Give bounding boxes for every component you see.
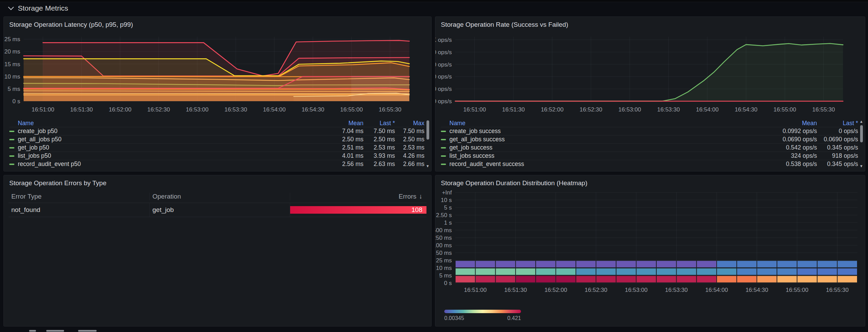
legend-col-last[interactable]: Last * (363, 120, 395, 127)
svg-text:16:52:00: 16:52:00 (541, 106, 563, 113)
legend-value-max: 2.53 ms (395, 144, 424, 151)
svg-text:5 ms: 5 ms (439, 272, 452, 279)
svg-text:20 ms: 20 ms (4, 48, 20, 55)
svg-text:16:54:30: 16:54:30 (735, 106, 757, 113)
svg-text:16:51:30: 16:51:30 (70, 106, 93, 113)
legend-col-max[interactable]: Max (395, 120, 424, 127)
scroll-down-icon[interactable]: ▼ (426, 164, 430, 168)
svg-text:16:52:00: 16:52:00 (544, 287, 567, 293)
scale-max: 0.421 (507, 315, 521, 321)
legend-value-mean: 324 ops/s (766, 152, 817, 159)
svg-text:16:55:00: 16:55:00 (773, 106, 796, 113)
panel-title[interactable]: Storage Operation Rate (Success vs Faile… (435, 17, 865, 31)
legend-header: NameMeanLast * (441, 120, 858, 127)
legend-value-last: 0.345 ops/s (817, 144, 858, 151)
svg-text:800 ops/s: 800 ops/s (435, 49, 452, 56)
legend-row[interactable]: list_jobs p504.01 ms3.93 ms4.26 ms (9, 152, 424, 160)
legend-row[interactable]: create_job p507.04 ms7.50 ms7.50 ms (9, 127, 424, 135)
legend-value-mean: 0.538 ops/s (766, 161, 817, 168)
svg-text:1K ops/s: 1K ops/s (435, 37, 452, 43)
svg-text:5 ms: 5 ms (8, 86, 20, 92)
svg-text:16:53:30: 16:53:30 (224, 106, 247, 113)
panel-heatmap: Storage Operation Duration Distribution … (435, 175, 865, 327)
scroll-up-icon[interactable]: ▲ (859, 120, 863, 123)
legend-series-name: get_job p50 (18, 144, 325, 151)
panel-title[interactable]: Storage Operation Latency (p50, p95, p99… (4, 17, 431, 31)
svg-text:16:55:00: 16:55:00 (340, 106, 363, 113)
legend-col-name[interactable]: Name (449, 120, 766, 127)
legend-series-name: list_jobs p50 (18, 152, 325, 159)
legend-row[interactable]: create_job success0.0992 ops/s0 ops/s (441, 127, 858, 135)
series-swatch-icon (9, 164, 14, 165)
rate-chart[interactable]: 0 ops/s200 ops/s400 ops/s600 ops/s800 op… (435, 29, 865, 120)
svg-text:16:54:30: 16:54:30 (301, 106, 324, 113)
legend-value-max: 2.66 ms (395, 161, 424, 168)
legend-scrollbar-thumb[interactable] (426, 120, 429, 140)
svg-text:16:51:00: 16:51:00 (464, 287, 487, 293)
legend-row[interactable]: get_job p502.51 ms2.53 ms2.53 ms (9, 143, 424, 152)
rate-legend: NameMeanLast *create_job success0.0992 o… (441, 120, 858, 168)
column-header-error-type[interactable]: Error Type (9, 193, 150, 200)
column-header-operation[interactable]: Operation (150, 193, 290, 200)
svg-text:50 ms: 50 ms (436, 250, 452, 256)
panel-title[interactable]: Storage Operation Duration Distribution … (435, 175, 865, 189)
legend-value-mean: 7.04 ms (325, 128, 363, 135)
legend-value-mean: 0.542 ops/s (766, 144, 817, 151)
svg-text:16:51:00: 16:51:00 (463, 106, 486, 113)
svg-text:16:55:30: 16:55:30 (379, 106, 401, 113)
svg-text:16:53:00: 16:53:00 (625, 287, 647, 293)
legend-value-last: 2.50 ms (363, 136, 395, 143)
latency-legend: NameMeanLast *Maxcreate_job p507.04 ms7.… (9, 120, 424, 168)
table-row[interactable]: not_found get_job 108 (9, 203, 426, 217)
heatmap-chart[interactable]: 0 s5 ms10 ms25 ms50 ms100 ms250 ms500 ms… (435, 188, 865, 305)
svg-text:16:54:30: 16:54:30 (745, 287, 768, 293)
panel-rate: Storage Operation Rate (Success vs Faile… (435, 16, 865, 171)
legend-scrollbar-thumb[interactable] (860, 125, 863, 142)
series-swatch-icon (9, 155, 14, 157)
svg-text:16:52:30: 16:52:30 (580, 106, 602, 113)
legend-col-name[interactable]: Name (18, 120, 325, 127)
scroll-down-icon[interactable]: ▼ (859, 164, 863, 168)
legend-row[interactable]: record_audit_event p502.56 ms2.63 ms2.66… (9, 160, 424, 168)
legend-series-name: get_all_jobs success (449, 136, 766, 143)
legend-col-mean[interactable]: Mean (325, 120, 363, 127)
legend-series-name: create_job p50 (18, 128, 325, 135)
panel-errors: Storage Operation Errors by Type Error T… (3, 175, 432, 327)
row-header-storage-metrics[interactable]: Storage Metrics (9, 4, 68, 12)
svg-text:2.50 s: 2.50 s (436, 212, 452, 218)
legend-col-last[interactable]: Last * (817, 120, 858, 127)
legend-col-mean[interactable]: Mean (766, 120, 817, 127)
svg-text:16:51:30: 16:51:30 (504, 287, 527, 293)
svg-text:0 s: 0 s (12, 98, 20, 105)
svg-text:100 ms: 100 ms (435, 242, 452, 249)
svg-text:0 s: 0 s (444, 280, 452, 286)
row-title: Storage Metrics (18, 4, 68, 12)
legend-series-name: record_audit_event success (449, 161, 766, 168)
latency-chart[interactable]: 0 s5 ms10 ms15 ms20 ms25 ms16:51:0016:51… (4, 29, 431, 120)
svg-text:16:53:30: 16:53:30 (657, 106, 680, 113)
heatmap-color-scale (444, 310, 521, 313)
legend-row[interactable]: get_all_jobs success0.0690 ops/s0.0690 o… (441, 135, 858, 143)
svg-text:16:53:30: 16:53:30 (665, 287, 688, 293)
panel-title[interactable]: Storage Operation Errors by Type (4, 175, 431, 189)
legend-row[interactable]: get_all_jobs p502.50 ms2.50 ms2.50 ms (9, 135, 424, 143)
legend-row[interactable]: list_jobs success324 ops/s918 ops/s (441, 152, 858, 160)
legend-row[interactable]: get_job success0.542 ops/s0.345 ops/s (441, 143, 858, 152)
legend-value-mean: 4.01 ms (325, 152, 363, 159)
legend-value-last: 2.53 ms (363, 144, 395, 151)
partial-next-row (29, 330, 36, 332)
legend-value-mean: 0.0690 ops/s (766, 136, 817, 143)
svg-text:0 ops/s: 0 ops/s (435, 98, 452, 105)
svg-text:250 ms: 250 ms (435, 235, 452, 241)
svg-text:1 s: 1 s (444, 220, 452, 226)
legend-row[interactable]: record_audit_event success0.538 ops/s0.3… (441, 160, 858, 168)
legend-value-last: 0 ops/s (817, 128, 858, 135)
series-swatch-icon (9, 131, 14, 132)
legend-value-mean: 2.56 ms (325, 161, 363, 168)
svg-text:16:53:00: 16:53:00 (618, 106, 641, 113)
svg-text:16:53:00: 16:53:00 (186, 106, 209, 113)
top-strip (0, 0, 868, 2)
column-header-errors[interactable]: Errors ↓ (290, 193, 426, 200)
svg-text:16:54:00: 16:54:00 (696, 106, 719, 113)
legend-series-name: get_all_jobs p50 (18, 136, 325, 143)
